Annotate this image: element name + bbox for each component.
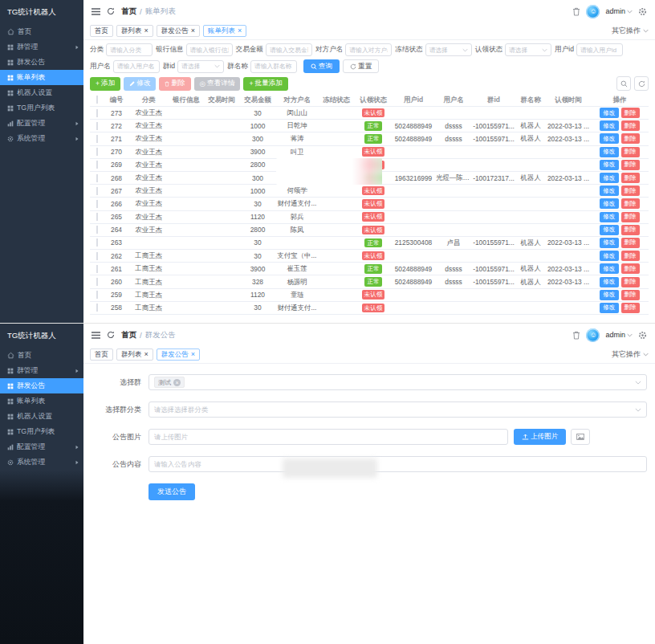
sidebar-item-配置管理[interactable]: 配置管理 [0,439,83,454]
refresh-icon[interactable] [634,76,649,91]
sidebar-item-TG用户列表[interactable]: TG用户列表 [0,100,83,116]
row-checkbox[interactable] [96,135,98,143]
row-delete-button[interactable]: 删除 [621,133,640,144]
row-checkbox[interactable] [96,187,98,195]
tab-close-icon[interactable]: × [191,351,195,358]
tab-群发公告[interactable]: 群发公告× [157,348,200,361]
row-checkbox[interactable] [96,304,98,312]
row-checkbox[interactable] [96,174,98,182]
sidebar-item-首页[interactable]: 首页 [0,24,83,39]
gear-icon[interactable] [638,7,647,16]
tab-close-icon[interactable]: × [191,27,195,35]
delete-button[interactable]: 删除 [159,77,190,91]
filter-input-群名称[interactable]: 请输入群名称 [250,60,297,73]
filter-select-群id[interactable]: 请选择 [177,60,224,73]
tab-群列表[interactable]: 群列表× [116,25,153,37]
sidebar-item-TG用户列表[interactable]: TG用户列表 [0,424,83,439]
row-delete-button[interactable]: 删除 [621,238,640,248]
row-edit-button[interactable]: 修改 [600,225,618,235]
other-operations-dropdown[interactable]: 其它操作 [612,349,649,360]
row-edit-button[interactable]: 修改 [600,108,618,118]
row-checkbox[interactable] [96,238,98,247]
tab-首页[interactable]: 首页 [90,348,113,361]
row-edit-button[interactable]: 修改 [600,263,618,274]
avatar[interactable]: ☺ [586,328,600,342]
tab-群发公告[interactable]: 群发公告× [157,25,200,37]
content-input[interactable]: 请输入公告内容 [148,456,647,472]
row-edit-button[interactable]: 修改 [600,160,618,170]
row-edit-button[interactable]: 修改 [600,198,618,209]
row-checkbox[interactable] [96,278,98,286]
row-edit-button[interactable]: 修改 [600,147,618,157]
row-delete-button[interactable]: 删除 [621,303,640,313]
filter-input-银行信息[interactable]: 请输入银行信息 [186,43,233,56]
tab-close-icon[interactable]: × [144,351,148,358]
breadcrumb-home[interactable]: 首页 [121,330,136,340]
hamburger-icon[interactable] [92,332,100,339]
sidebar-item-系统管理[interactable]: 系统管理 [0,454,83,470]
hamburger-icon[interactable] [92,8,100,15]
row-edit-button[interactable]: 修改 [600,212,618,222]
filter-input-交易金额[interactable]: 请输入交易金额 [266,43,312,56]
row-delete-button[interactable]: 删除 [621,225,640,235]
row-edit-button[interactable]: 修改 [600,185,618,196]
image-input[interactable]: 请上传图片 [148,429,508,445]
upload-image-button[interactable]: 上传图片 [514,429,566,445]
add-button[interactable]: +添加 [90,77,120,91]
row-delete-button[interactable]: 删除 [621,277,640,287]
row-checkbox[interactable] [96,109,98,117]
reset-button[interactable]: 重置 [343,59,379,73]
row-delete-button[interactable]: 删除 [621,198,640,209]
row-checkbox[interactable] [96,226,98,234]
select-all-checkbox[interactable] [96,96,98,104]
row-delete-button[interactable]: 删除 [621,251,640,261]
group-select[interactable]: 测试× [148,374,647,390]
row-edit-button[interactable]: 修改 [600,120,618,131]
row-delete-button[interactable]: 删除 [621,108,640,118]
category-select[interactable]: 请选择选择群分类 [148,401,647,418]
sidebar-item-首页[interactable]: 首页 [0,348,83,363]
query-button[interactable]: 查询 [303,59,340,73]
view-detail-button[interactable]: ◎查看详情 [194,77,241,91]
filter-select-认领状态[interactable]: 请选择 [505,43,551,56]
tab-close-icon[interactable]: × [238,27,242,35]
refresh-icon[interactable] [107,7,115,15]
refresh-icon[interactable] [107,331,115,339]
filter-select-冻结状态[interactable]: 请选择 [425,43,472,56]
sidebar-item-机器人设置[interactable]: 机器人设置 [0,85,83,100]
tag-close-icon[interactable]: × [173,379,181,386]
tab-首页[interactable]: 首页 [90,25,113,37]
sidebar-item-群发公告[interactable]: 群发公告 [0,378,83,393]
tab-账单列表[interactable]: 账单列表× [203,25,246,37]
other-operations-dropdown[interactable]: 其它操作 [612,26,649,36]
row-checkbox[interactable] [96,291,98,299]
sidebar-item-群发公告[interactable]: 群发公告 [0,55,83,70]
edit-button[interactable]: 修改 [124,77,156,91]
row-checkbox[interactable] [96,200,98,208]
row-edit-button[interactable]: 修改 [600,290,618,300]
send-announcement-button[interactable]: 发送公告 [148,483,195,500]
avatar[interactable]: ☺ [586,5,600,18]
row-edit-button[interactable]: 修改 [600,251,618,261]
row-delete-button[interactable]: 删除 [621,120,640,131]
row-delete-button[interactable]: 删除 [621,173,640,183]
image-preview-button[interactable] [571,429,590,445]
sidebar-item-群管理[interactable]: 群管理 [0,363,83,378]
row-edit-button[interactable]: 修改 [600,303,618,313]
breadcrumb-home[interactable]: 首页 [121,6,136,17]
row-edit-button[interactable]: 修改 [600,173,618,183]
admin-dropdown[interactable]: admin [605,7,633,15]
row-checkbox[interactable] [96,148,98,156]
filter-input-分类[interactable]: 请输入分类 [106,43,153,56]
row-edit-button[interactable]: 修改 [600,277,618,287]
sidebar-item-群管理[interactable]: 群管理 [0,39,83,55]
row-edit-button[interactable]: 修改 [600,238,618,248]
row-checkbox[interactable] [96,161,98,169]
trash-icon[interactable] [572,7,580,16]
sidebar-item-系统管理[interactable]: 系统管理 [0,131,83,146]
row-edit-button[interactable]: 修改 [600,133,618,144]
row-delete-button[interactable]: 删除 [621,185,640,196]
gear-icon[interactable] [638,331,647,340]
sidebar-item-机器人设置[interactable]: 机器人设置 [0,409,83,424]
filter-input-对方户名[interactable]: 请输入对方户名 [345,43,392,56]
